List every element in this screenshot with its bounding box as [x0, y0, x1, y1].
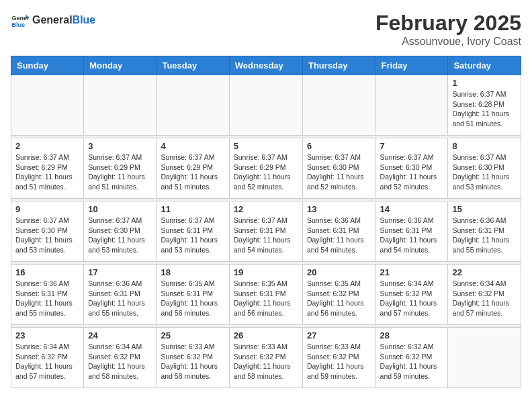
calendar-cell: 2Sunrise: 6:37 AM Sunset: 6:29 PM Daylig…	[11, 138, 84, 199]
calendar-cell: 28Sunrise: 6:32 AM Sunset: 6:32 PM Dayli…	[375, 328, 448, 388]
day-number: 15	[452, 204, 517, 214]
day-number: 20	[307, 267, 371, 277]
day-number: 19	[234, 267, 298, 277]
day-number: 1	[452, 78, 517, 88]
calendar-week-5: 23Sunrise: 6:34 AM Sunset: 6:32 PM Dayli…	[11, 328, 521, 388]
day-number: 12	[234, 204, 298, 214]
day-info: Sunrise: 6:34 AM Sunset: 6:32 PM Dayligh…	[380, 279, 444, 318]
calendar-cell: 7Sunrise: 6:37 AM Sunset: 6:30 PM Daylig…	[375, 138, 448, 199]
calendar-cell: 14Sunrise: 6:36 AM Sunset: 6:31 PM Dayli…	[375, 201, 448, 262]
calendar-cell: 11Sunrise: 6:37 AM Sunset: 6:31 PM Dayli…	[157, 201, 229, 262]
day-number: 22	[452, 267, 517, 277]
day-info: Sunrise: 6:35 AM Sunset: 6:31 PM Dayligh…	[234, 279, 298, 318]
month-title: February 2025	[375, 11, 521, 36]
calendar-cell: 10Sunrise: 6:37 AM Sunset: 6:30 PM Dayli…	[84, 201, 157, 262]
day-info: Sunrise: 6:34 AM Sunset: 6:32 PM Dayligh…	[15, 342, 79, 381]
calendar-cell: 1Sunrise: 6:37 AM Sunset: 6:28 PM Daylig…	[448, 75, 521, 136]
calendar-cell: 19Sunrise: 6:35 AM Sunset: 6:31 PM Dayli…	[229, 265, 302, 325]
day-number: 5	[234, 141, 298, 151]
weekday-monday: Monday	[84, 56, 157, 75]
weekday-thursday: Thursday	[302, 56, 375, 75]
calendar-cell: 15Sunrise: 6:36 AM Sunset: 6:31 PM Dayli…	[448, 201, 521, 262]
day-number: 21	[380, 267, 444, 277]
day-info: Sunrise: 6:33 AM Sunset: 6:32 PM Dayligh…	[234, 342, 298, 381]
page-header: General Blue GeneralBlue February 2025 A…	[11, 11, 521, 48]
day-number: 28	[380, 330, 444, 340]
day-number: 9	[15, 204, 79, 214]
calendar-cell: 23Sunrise: 6:34 AM Sunset: 6:32 PM Dayli…	[11, 328, 84, 388]
day-number: 8	[452, 141, 517, 151]
day-number: 2	[15, 141, 79, 151]
day-number: 6	[307, 141, 371, 151]
day-number: 18	[161, 267, 224, 277]
day-info: Sunrise: 6:36 AM Sunset: 6:31 PM Dayligh…	[452, 216, 517, 255]
day-info: Sunrise: 6:35 AM Sunset: 6:31 PM Dayligh…	[161, 279, 224, 318]
day-info: Sunrise: 6:37 AM Sunset: 6:29 PM Dayligh…	[88, 152, 152, 192]
day-info: Sunrise: 6:37 AM Sunset: 6:31 PM Dayligh…	[234, 216, 298, 255]
day-number: 27	[307, 330, 371, 340]
calendar-cell: 3Sunrise: 6:37 AM Sunset: 6:29 PM Daylig…	[84, 138, 157, 199]
calendar-week-3: 9Sunrise: 6:37 AM Sunset: 6:30 PM Daylig…	[11, 201, 521, 262]
calendar-cell: 17Sunrise: 6:36 AM Sunset: 6:31 PM Dayli…	[84, 265, 157, 325]
calendar-cell: 8Sunrise: 6:37 AM Sunset: 6:30 PM Daylig…	[448, 138, 521, 199]
day-info: Sunrise: 6:33 AM Sunset: 6:32 PM Dayligh…	[307, 342, 371, 381]
day-info: Sunrise: 6:36 AM Sunset: 6:31 PM Dayligh…	[15, 279, 79, 318]
day-info: Sunrise: 6:37 AM Sunset: 6:30 PM Dayligh…	[307, 152, 371, 192]
calendar-cell	[375, 75, 448, 136]
calendar-cell: 21Sunrise: 6:34 AM Sunset: 6:32 PM Dayli…	[375, 265, 448, 325]
day-number: 7	[380, 141, 444, 151]
day-info: Sunrise: 6:37 AM Sunset: 6:30 PM Dayligh…	[15, 216, 79, 255]
calendar-cell: 22Sunrise: 6:34 AM Sunset: 6:32 PM Dayli…	[448, 265, 521, 325]
day-info: Sunrise: 6:37 AM Sunset: 6:30 PM Dayligh…	[380, 152, 444, 192]
day-number: 13	[307, 204, 371, 214]
weekday-saturday: Saturday	[448, 56, 521, 75]
calendar-cell: 4Sunrise: 6:37 AM Sunset: 6:29 PM Daylig…	[157, 138, 229, 199]
title-block: February 2025 Assounvoue, Ivory Coast	[375, 11, 521, 48]
day-info: Sunrise: 6:37 AM Sunset: 6:30 PM Dayligh…	[452, 152, 517, 192]
weekday-sunday: Sunday	[11, 56, 84, 75]
day-info: Sunrise: 6:37 AM Sunset: 6:28 PM Dayligh…	[452, 89, 517, 129]
calendar-cell: 6Sunrise: 6:37 AM Sunset: 6:30 PM Daylig…	[302, 138, 375, 199]
day-number: 4	[161, 141, 224, 151]
calendar-cell	[11, 75, 84, 136]
calendar-cell	[84, 75, 157, 136]
weekday-tuesday: Tuesday	[157, 56, 229, 75]
calendar-cell: 24Sunrise: 6:34 AM Sunset: 6:32 PM Dayli…	[84, 328, 157, 388]
day-number: 10	[88, 204, 152, 214]
calendar-cell: 16Sunrise: 6:36 AM Sunset: 6:31 PM Dayli…	[11, 265, 84, 325]
calendar-table: SundayMondayTuesdayWednesdayThursdayFrid…	[11, 56, 521, 388]
day-info: Sunrise: 6:33 AM Sunset: 6:32 PM Dayligh…	[161, 342, 224, 381]
calendar-cell	[157, 75, 229, 136]
calendar-cell: 9Sunrise: 6:37 AM Sunset: 6:30 PM Daylig…	[11, 201, 84, 262]
calendar-cell: 12Sunrise: 6:37 AM Sunset: 6:31 PM Dayli…	[229, 201, 302, 262]
day-number: 3	[88, 141, 152, 151]
calendar-week-1: 1Sunrise: 6:37 AM Sunset: 6:28 PM Daylig…	[11, 75, 521, 136]
day-number: 17	[88, 267, 152, 277]
calendar-cell: 27Sunrise: 6:33 AM Sunset: 6:32 PM Dayli…	[302, 328, 375, 388]
day-info: Sunrise: 6:32 AM Sunset: 6:32 PM Dayligh…	[380, 342, 444, 381]
day-number: 23	[15, 330, 79, 340]
calendar-cell	[302, 75, 375, 136]
day-info: Sunrise: 6:37 AM Sunset: 6:30 PM Dayligh…	[88, 216, 152, 255]
day-info: Sunrise: 6:35 AM Sunset: 6:32 PM Dayligh…	[307, 279, 371, 318]
day-number: 11	[161, 204, 224, 214]
calendar-cell	[229, 75, 302, 136]
logo-blue: Blue	[73, 14, 96, 26]
svg-text:Blue: Blue	[11, 21, 25, 28]
calendar-week-4: 16Sunrise: 6:36 AM Sunset: 6:31 PM Dayli…	[11, 265, 521, 325]
weekday-header-row: SundayMondayTuesdayWednesdayThursdayFrid…	[11, 56, 521, 75]
logo: General Blue GeneralBlue	[11, 11, 95, 30]
location-title: Assounvoue, Ivory Coast	[375, 36, 521, 48]
weekday-wednesday: Wednesday	[229, 56, 302, 75]
calendar-cell: 20Sunrise: 6:35 AM Sunset: 6:32 PM Dayli…	[302, 265, 375, 325]
logo-general: General	[32, 14, 73, 26]
day-number: 25	[161, 330, 224, 340]
day-number: 14	[380, 204, 444, 214]
weekday-friday: Friday	[375, 56, 448, 75]
calendar-cell: 13Sunrise: 6:36 AM Sunset: 6:31 PM Dayli…	[302, 201, 375, 262]
day-info: Sunrise: 6:36 AM Sunset: 6:31 PM Dayligh…	[88, 279, 152, 318]
calendar-cell: 5Sunrise: 6:37 AM Sunset: 6:29 PM Daylig…	[229, 138, 302, 199]
calendar-cell: 26Sunrise: 6:33 AM Sunset: 6:32 PM Dayli…	[229, 328, 302, 388]
logo-icon: General Blue	[11, 11, 30, 30]
day-info: Sunrise: 6:37 AM Sunset: 6:29 PM Dayligh…	[234, 152, 298, 192]
